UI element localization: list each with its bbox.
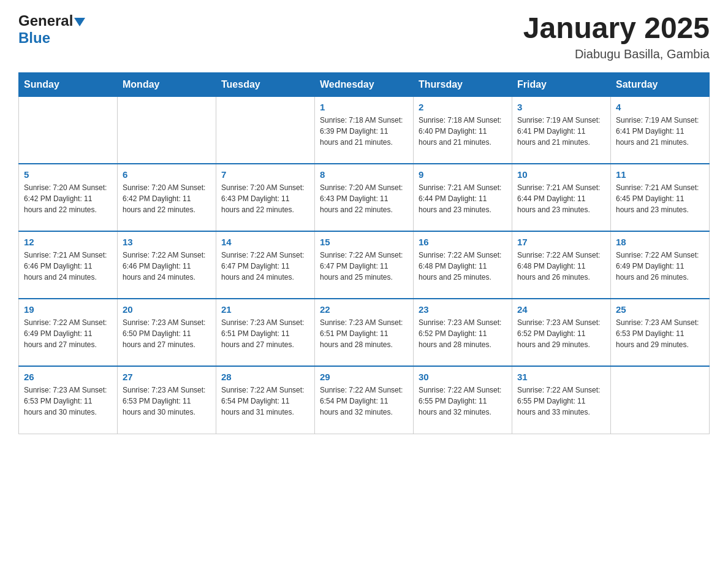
- calendar-cell: 6Sunrise: 7:20 AM Sunset: 6:42 PM Daylig…: [118, 164, 216, 231]
- day-number: 6: [123, 169, 211, 180]
- header-sunday: Sunday: [19, 72, 118, 96]
- day-info: Sunrise: 7:23 AM Sunset: 6:50 PM Dayligh…: [123, 317, 211, 350]
- calendar-cell: 27Sunrise: 7:23 AM Sunset: 6:53 PM Dayli…: [118, 366, 216, 434]
- day-number: 27: [123, 372, 211, 382]
- calendar-cell: 15Sunrise: 7:22 AM Sunset: 6:47 PM Dayli…: [315, 231, 414, 299]
- calendar-week-row: 26Sunrise: 7:23 AM Sunset: 6:53 PM Dayli…: [19, 366, 710, 434]
- day-info: Sunrise: 7:23 AM Sunset: 6:53 PM Dayligh…: [616, 317, 704, 350]
- day-info: Sunrise: 7:22 AM Sunset: 6:54 PM Dayligh…: [320, 385, 408, 418]
- day-number: 22: [320, 304, 408, 315]
- day-info: Sunrise: 7:22 AM Sunset: 6:54 PM Dayligh…: [221, 385, 309, 418]
- day-info: Sunrise: 7:22 AM Sunset: 6:55 PM Dayligh…: [517, 385, 605, 418]
- calendar-week-row: 1Sunrise: 7:18 AM Sunset: 6:39 PM Daylig…: [19, 96, 710, 164]
- calendar-subtitle: Diabugu Basilla, Gambia: [523, 47, 710, 61]
- day-number: 9: [419, 169, 507, 180]
- day-info: Sunrise: 7:22 AM Sunset: 6:49 PM Dayligh…: [616, 250, 704, 283]
- day-info: Sunrise: 7:22 AM Sunset: 6:47 PM Dayligh…: [221, 250, 309, 283]
- calendar-body: 1Sunrise: 7:18 AM Sunset: 6:39 PM Daylig…: [19, 96, 710, 434]
- day-info: Sunrise: 7:20 AM Sunset: 6:43 PM Dayligh…: [320, 182, 408, 215]
- logo-wordmark: General Blue: [18, 12, 85, 47]
- calendar-table: Sunday Monday Tuesday Wednesday Thursday…: [18, 72, 710, 434]
- calendar-cell: 29Sunrise: 7:22 AM Sunset: 6:54 PM Dayli…: [315, 366, 414, 434]
- calendar-cell: 9Sunrise: 7:21 AM Sunset: 6:44 PM Daylig…: [414, 164, 512, 231]
- day-number: 13: [123, 237, 211, 247]
- header-wednesday: Wednesday: [315, 72, 414, 96]
- calendar-cell: 14Sunrise: 7:22 AM Sunset: 6:47 PM Dayli…: [216, 231, 315, 299]
- calendar-cell: 21Sunrise: 7:23 AM Sunset: 6:51 PM Dayli…: [216, 299, 315, 366]
- calendar-cell: 1Sunrise: 7:18 AM Sunset: 6:39 PM Daylig…: [315, 96, 414, 164]
- calendar-cell: [118, 96, 216, 164]
- day-number: 31: [517, 372, 605, 382]
- day-info: Sunrise: 7:20 AM Sunset: 6:42 PM Dayligh…: [123, 182, 211, 215]
- day-number: 18: [616, 237, 704, 247]
- day-number: 5: [24, 169, 112, 180]
- day-number: 25: [616, 304, 704, 315]
- day-number: 15: [320, 237, 408, 247]
- calendar-week-row: 12Sunrise: 7:21 AM Sunset: 6:46 PM Dayli…: [19, 231, 710, 299]
- day-number: 26: [24, 372, 112, 382]
- logo-blue: Blue: [18, 29, 50, 46]
- day-number: 2: [419, 102, 507, 112]
- day-number: 28: [221, 372, 309, 382]
- day-info: Sunrise: 7:22 AM Sunset: 6:47 PM Dayligh…: [320, 250, 408, 283]
- calendar-cell: [216, 96, 315, 164]
- title-block: January 2025 Diabugu Basilla, Gambia: [523, 12, 710, 61]
- day-number: 11: [616, 169, 704, 180]
- day-number: 30: [419, 372, 507, 382]
- logo-arrow-icon: [74, 18, 85, 29]
- header-thursday: Thursday: [414, 72, 512, 96]
- day-info: Sunrise: 7:23 AM Sunset: 6:51 PM Dayligh…: [221, 317, 309, 350]
- day-number: 29: [320, 372, 408, 382]
- day-number: 24: [517, 304, 605, 315]
- day-number: 23: [419, 304, 507, 315]
- calendar-cell: 17Sunrise: 7:22 AM Sunset: 6:48 PM Dayli…: [512, 231, 611, 299]
- day-number: 10: [517, 169, 605, 180]
- logo-general: General: [18, 12, 73, 29]
- calendar-cell: [19, 96, 118, 164]
- svg-marker-0: [74, 18, 85, 26]
- day-number: 19: [24, 304, 112, 315]
- day-info: Sunrise: 7:23 AM Sunset: 6:52 PM Dayligh…: [419, 317, 507, 350]
- calendar-cell: 5Sunrise: 7:20 AM Sunset: 6:42 PM Daylig…: [19, 164, 118, 231]
- header-friday: Friday: [512, 72, 611, 96]
- day-info: Sunrise: 7:23 AM Sunset: 6:52 PM Dayligh…: [517, 317, 605, 350]
- day-info: Sunrise: 7:21 AM Sunset: 6:45 PM Dayligh…: [616, 182, 704, 215]
- calendar-cell: 30Sunrise: 7:22 AM Sunset: 6:55 PM Dayli…: [414, 366, 512, 434]
- day-info: Sunrise: 7:22 AM Sunset: 6:48 PM Dayligh…: [517, 250, 605, 283]
- calendar-cell: 2Sunrise: 7:18 AM Sunset: 6:40 PM Daylig…: [414, 96, 512, 164]
- day-info: Sunrise: 7:22 AM Sunset: 6:48 PM Dayligh…: [419, 250, 507, 283]
- day-info: Sunrise: 7:18 AM Sunset: 6:39 PM Dayligh…: [320, 115, 408, 148]
- calendar-cell: 4Sunrise: 7:19 AM Sunset: 6:41 PM Daylig…: [611, 96, 710, 164]
- day-info: Sunrise: 7:22 AM Sunset: 6:49 PM Dayligh…: [24, 317, 112, 350]
- calendar-week-row: 19Sunrise: 7:22 AM Sunset: 6:49 PM Dayli…: [19, 299, 710, 366]
- calendar-cell: 23Sunrise: 7:23 AM Sunset: 6:52 PM Dayli…: [414, 299, 512, 366]
- calendar-cell: 31Sunrise: 7:22 AM Sunset: 6:55 PM Dayli…: [512, 366, 611, 434]
- day-info: Sunrise: 7:19 AM Sunset: 6:41 PM Dayligh…: [517, 115, 605, 148]
- day-number: 21: [221, 304, 309, 315]
- calendar-cell: 8Sunrise: 7:20 AM Sunset: 6:43 PM Daylig…: [315, 164, 414, 231]
- day-info: Sunrise: 7:22 AM Sunset: 6:55 PM Dayligh…: [419, 385, 507, 418]
- day-info: Sunrise: 7:20 AM Sunset: 6:42 PM Dayligh…: [24, 182, 112, 215]
- header-tuesday: Tuesday: [216, 72, 315, 96]
- day-info: Sunrise: 7:21 AM Sunset: 6:44 PM Dayligh…: [517, 182, 605, 215]
- day-number: 14: [221, 237, 309, 247]
- calendar-cell: 28Sunrise: 7:22 AM Sunset: 6:54 PM Dayli…: [216, 366, 315, 434]
- calendar-cell: 13Sunrise: 7:22 AM Sunset: 6:46 PM Dayli…: [118, 231, 216, 299]
- day-info: Sunrise: 7:23 AM Sunset: 6:53 PM Dayligh…: [123, 385, 211, 418]
- calendar-cell: 18Sunrise: 7:22 AM Sunset: 6:49 PM Dayli…: [611, 231, 710, 299]
- day-info: Sunrise: 7:20 AM Sunset: 6:43 PM Dayligh…: [221, 182, 309, 215]
- logo: General Blue: [18, 12, 85, 47]
- calendar-header-row: Sunday Monday Tuesday Wednesday Thursday…: [19, 72, 710, 96]
- day-number: 4: [616, 102, 704, 112]
- calendar-cell: 19Sunrise: 7:22 AM Sunset: 6:49 PM Dayli…: [19, 299, 118, 366]
- day-number: 1: [320, 102, 408, 112]
- calendar-cell: 12Sunrise: 7:21 AM Sunset: 6:46 PM Dayli…: [19, 231, 118, 299]
- day-info: Sunrise: 7:21 AM Sunset: 6:46 PM Dayligh…: [24, 250, 112, 283]
- page-header: General Blue January 2025 Diabugu Basill…: [18, 12, 710, 61]
- calendar-week-row: 5Sunrise: 7:20 AM Sunset: 6:42 PM Daylig…: [19, 164, 710, 231]
- day-info: Sunrise: 7:22 AM Sunset: 6:46 PM Dayligh…: [123, 250, 211, 283]
- day-number: 20: [123, 304, 211, 315]
- day-number: 8: [320, 169, 408, 180]
- calendar-cell: 25Sunrise: 7:23 AM Sunset: 6:53 PM Dayli…: [611, 299, 710, 366]
- calendar-cell: 16Sunrise: 7:22 AM Sunset: 6:48 PM Dayli…: [414, 231, 512, 299]
